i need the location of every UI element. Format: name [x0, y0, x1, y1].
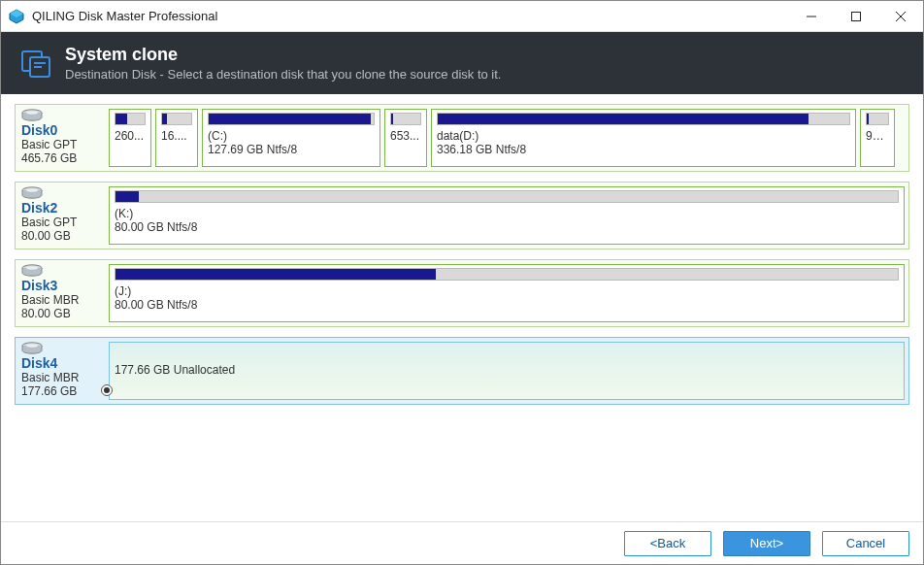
titlebar: QILING Disk Master Professional	[1, 1, 923, 32]
partition[interactable]: (J:)80.00 GB Ntfs/8	[109, 264, 905, 322]
disk-name: Disk2	[21, 200, 103, 216]
disk-row[interactable]: Disk3Basic MBR80.00 GB(J:)80.00 GB Ntfs/…	[15, 259, 909, 327]
partition[interactable]: (K:)80.00 GB Ntfs/8	[109, 186, 905, 245]
maximize-icon	[851, 12, 861, 21]
usage-bar	[115, 113, 146, 125]
partition-detail: 80.00 GB Ntfs/8	[115, 220, 899, 234]
disk-list: Disk0Basic GPT465.76 GB260...16....(C:)1…	[1, 94, 923, 521]
partition[interactable]: 653...	[384, 109, 427, 167]
partition-label: (C:)	[208, 129, 375, 143]
usage-fill	[116, 114, 127, 124]
usage-fill	[162, 114, 167, 124]
disk-size: 80.00 GB	[21, 229, 103, 243]
svg-point-17	[26, 344, 38, 348]
page-title: System clone	[65, 45, 501, 65]
partition-unallocated[interactable]: 177.66 GB Unallocated	[109, 342, 905, 400]
svg-rect-3	[852, 12, 861, 20]
disk-size: 465.76 GB	[21, 151, 103, 165]
usage-fill	[209, 114, 371, 124]
partition-list: (J:)80.00 GB Ntfs/8	[109, 264, 905, 322]
svg-point-15	[26, 266, 38, 270]
disk-info: Disk3Basic MBR80.00 GB	[19, 264, 105, 322]
usage-fill	[116, 191, 139, 202]
disk-info: Disk4Basic MBR177.66 GB	[19, 342, 105, 400]
usage-bar	[115, 268, 899, 281]
disk-type: Basic GPT	[21, 138, 103, 151]
disk-row[interactable]: Disk0Basic GPT465.76 GB260...16....(C:)1…	[15, 104, 909, 172]
partition-list: 177.66 GB Unallocated	[109, 342, 905, 400]
disk-info: Disk2Basic GPT80.00 GB	[19, 186, 105, 245]
partition[interactable]: 16....	[155, 109, 198, 167]
back-button[interactable]: <Back	[624, 531, 711, 556]
page-header: System clone Destination Disk - Select a…	[1, 32, 923, 94]
close-button[interactable]	[878, 1, 923, 32]
partition-detail: 16....	[161, 129, 192, 143]
disk-row[interactable]: Disk2Basic GPT80.00 GB(K:)80.00 GB Ntfs/…	[15, 182, 909, 249]
partition-label: data(D:)	[437, 129, 850, 143]
app-title: QILING Disk Master Professional	[32, 9, 217, 23]
usage-bar	[390, 113, 421, 125]
disk-name: Disk4	[21, 355, 103, 371]
usage-bar	[866, 113, 889, 125]
minimize-icon	[807, 12, 816, 21]
partition-list: (K:)80.00 GB Ntfs/8	[109, 186, 905, 245]
disk-type: Basic MBR	[21, 371, 103, 384]
partition[interactable]: data(D:)336.18 GB Ntfs/8	[431, 109, 856, 167]
usage-fill	[391, 114, 393, 124]
close-icon	[896, 12, 906, 21]
usage-bar	[115, 190, 899, 203]
partition-detail: 336.18 GB Ntfs/8	[437, 143, 850, 156]
selected-radio-icon	[101, 384, 113, 396]
usage-fill	[116, 269, 436, 280]
usage-fill	[438, 114, 808, 124]
svg-point-13	[26, 188, 38, 192]
disk-size: 80.00 GB	[21, 307, 103, 320]
partition[interactable]: 995...	[860, 109, 895, 167]
footer: <Back Next> Cancel	[1, 521, 923, 564]
partition-list: 260...16....(C:)127.69 GB Ntfs/8653...da…	[109, 109, 905, 167]
disk-info: Disk0Basic GPT465.76 GB	[19, 109, 105, 167]
partition[interactable]: 260...	[109, 109, 151, 167]
disk-name: Disk0	[21, 122, 103, 138]
disk-type: Basic MBR	[21, 293, 103, 307]
disk-type: Basic GPT	[21, 216, 103, 229]
svg-point-11	[26, 111, 38, 115]
partition-detail: 127.69 GB Ntfs/8	[208, 143, 375, 156]
disk-name: Disk3	[21, 278, 103, 293]
usage-bar	[161, 113, 192, 125]
disk-size: 177.66 GB	[21, 384, 103, 398]
disk-row[interactable]: Disk4Basic MBR177.66 GB177.66 GB Unalloc…	[15, 337, 909, 405]
usage-bar	[208, 113, 375, 125]
partition[interactable]: (C:)127.69 GB Ntfs/8	[202, 109, 380, 167]
partition-label: (K:)	[115, 207, 899, 220]
maximize-button[interactable]	[834, 1, 878, 32]
partition-detail: 653...	[390, 129, 421, 143]
app-icon	[9, 9, 24, 24]
page-subtitle: Destination Disk - Select a destination …	[65, 67, 501, 82]
usage-bar	[437, 113, 850, 125]
partition-label: 177.66 GB Unallocated	[115, 363, 899, 377]
partition-detail: 80.00 GB Ntfs/8	[115, 298, 899, 312]
partition-label: (J:)	[115, 284, 899, 298]
partition-detail: 995...	[866, 129, 889, 143]
window-controls	[789, 1, 923, 32]
next-button[interactable]: Next>	[723, 531, 810, 556]
cancel-button[interactable]: Cancel	[822, 531, 909, 556]
partition-detail: 260...	[115, 129, 146, 143]
usage-fill	[867, 114, 869, 124]
clone-icon	[20, 48, 51, 79]
minimize-button[interactable]	[789, 1, 834, 32]
